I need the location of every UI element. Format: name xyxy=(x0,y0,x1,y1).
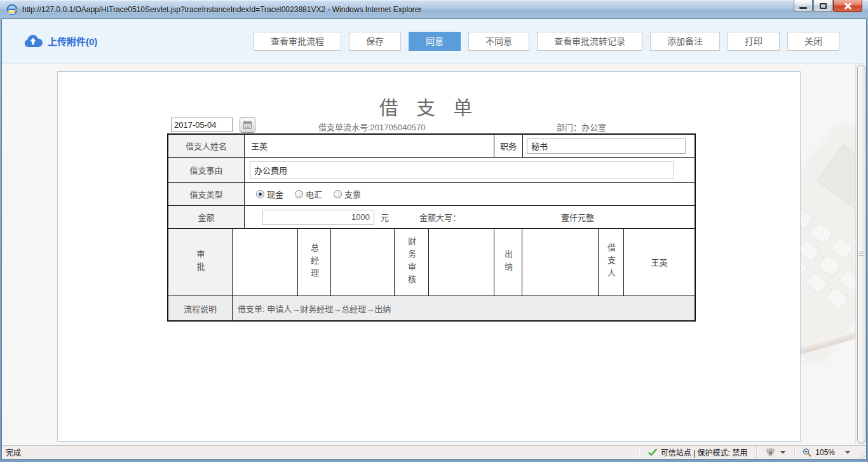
internet-explorer-icon xyxy=(6,4,18,15)
amount-input[interactable] xyxy=(262,210,374,225)
table-row-flow: 流程说明 借支单: 申请人→财务经理→总经理→出纳 xyxy=(168,296,695,320)
radio-wire-transfer-icon xyxy=(295,190,303,198)
reason-label: 借支事由 xyxy=(168,158,245,182)
table-row-approval: 审批 总经理 财务审核 出纳 xyxy=(168,229,695,296)
vertical-scrollbar[interactable] xyxy=(855,64,866,445)
date-input[interactable] xyxy=(171,118,233,132)
view-approval-records-button[interactable]: 查看审批流转记录 xyxy=(537,32,642,51)
flow-label: 流程说明 xyxy=(168,296,233,320)
position-cell xyxy=(523,135,695,157)
type-label: 借支类型 xyxy=(168,183,245,205)
form-panel: 借 支 单 借支单流水号:201705 xyxy=(57,71,801,442)
radio-cash-icon xyxy=(256,190,264,198)
security-zone-indicator[interactable]: 可信站点 | 保护模式: 禁用 xyxy=(639,445,756,459)
approval-sign-space-gm xyxy=(233,229,298,296)
save-button[interactable]: 保存 xyxy=(349,32,401,51)
amount-caps-value: 壹仟元整 xyxy=(561,211,594,223)
name-label: 借支人姓名 xyxy=(168,135,245,157)
title-bar: http://127.0.0.1/OAapp/HtTrace0510Servle… xyxy=(0,0,868,19)
minimize-button[interactable] xyxy=(794,0,813,12)
resize-grip[interactable] xyxy=(858,450,865,459)
status-bar: 完成 可信站点 | 保护模式: 禁用 xyxy=(2,445,866,459)
protection-menu-button[interactable] xyxy=(757,445,794,459)
table-row-type: 借支类型 现金 电汇 xyxy=(168,183,695,206)
upload-attachment-label: 上传附件(0) xyxy=(48,34,97,48)
table-row-name: 借支人姓名 王英 职务 xyxy=(168,135,695,158)
table-row-amount: 金额 元 金额大写： 壹仟元整 xyxy=(168,206,695,229)
approval-role-general-manager: 总经理 xyxy=(298,229,331,296)
agree-button[interactable]: 同意 xyxy=(409,32,461,51)
browser-window: http://127.0.0.1/OAapp/HtTrace0510Servle… xyxy=(0,0,868,462)
close-page-button[interactable]: 关闭 xyxy=(787,32,839,51)
approval-label: 审批 xyxy=(168,229,233,296)
radio-wire-transfer-label: 电汇 xyxy=(306,188,322,200)
zoom-chevron-down-icon xyxy=(845,451,850,454)
chevron-down-icon xyxy=(780,451,785,454)
amount-label: 金额 xyxy=(168,206,245,228)
status-text: 完成 xyxy=(6,447,639,458)
disagree-button[interactable]: 不同意 xyxy=(468,32,529,51)
amount-caps-label: 金额大写： xyxy=(419,211,461,223)
position-label: 职务 xyxy=(494,135,523,157)
approval-role-cashier: 出纳 xyxy=(494,229,522,296)
radio-cheque[interactable]: 支票 xyxy=(334,188,361,200)
scrollbar-grip-icon xyxy=(859,252,864,256)
check-icon xyxy=(648,449,657,456)
type-cell: 现金 电汇 支票 xyxy=(245,183,695,205)
approval-sign-space-cashier xyxy=(429,229,494,296)
radio-cheque-label: 支票 xyxy=(344,188,361,200)
radio-wire-transfer[interactable]: 电汇 xyxy=(295,188,322,200)
window-body: 上传附件(0) 查看审批流程 保存 同意 不同意 查看审批流转记录 添加备注 打… xyxy=(2,19,866,459)
page-content: 借 支 单 借支单流水号:201705 xyxy=(2,64,866,445)
loan-form-table: 借支人姓名 王英 职务 借支事由 借支类型 xyxy=(167,133,696,322)
flow-description: 借支单: 申请人→财务经理→总经理→出纳 xyxy=(233,296,695,320)
loan-type-radio-group: 现金 电汇 支票 xyxy=(256,188,361,200)
form-title: 借 支 单 xyxy=(58,92,800,120)
amount-cell: 元 金额大写： 壹仟元整 xyxy=(245,206,695,228)
close-icon xyxy=(844,2,852,10)
add-note-button[interactable]: 添加备注 xyxy=(650,32,720,51)
approval-role-finance-audit: 财务审核 xyxy=(395,229,429,296)
amount-unit: 元 xyxy=(381,211,389,223)
zoom-level-text: 105% xyxy=(815,448,835,457)
radio-cash-label: 现金 xyxy=(267,188,283,200)
approval-sign-space-borrower xyxy=(522,229,599,296)
position-input[interactable] xyxy=(527,139,686,154)
approval-borrower-name: 王英 xyxy=(624,229,695,296)
approval-sign-space-finance xyxy=(331,229,395,296)
approval-role-borrower: 借支人 xyxy=(599,229,624,296)
calendar-button[interactable] xyxy=(240,117,255,133)
scrollbar-thumb[interactable] xyxy=(857,65,865,444)
upload-cloud-icon xyxy=(24,34,43,48)
shield-lock-icon xyxy=(766,448,775,457)
calendar-icon xyxy=(243,120,252,130)
upload-attachment-link[interactable]: 上传附件(0) xyxy=(24,34,97,48)
restore-icon xyxy=(820,3,827,9)
toolbar-buttons: 查看审批流程 保存 同意 不同意 查看审批流转记录 添加备注 打印 关闭 xyxy=(254,32,839,51)
radio-cash[interactable]: 现金 xyxy=(256,188,283,200)
toolbar: 上传附件(0) 查看审批流程 保存 同意 不同意 查看审批流转记录 添加备注 打… xyxy=(2,19,866,64)
security-zone-text: 可信站点 | 保护模式: 禁用 xyxy=(661,447,747,458)
view-approval-flow-button[interactable]: 查看审批流程 xyxy=(254,32,341,51)
reason-input[interactable] xyxy=(250,161,674,179)
window-title: http://127.0.0.1/OAapp/HtTrace0510Servle… xyxy=(22,5,421,14)
minimize-icon xyxy=(799,7,807,9)
reason-cell xyxy=(245,158,695,182)
serial-number-text: 借支单流水号:201705040570 xyxy=(318,121,425,133)
zoom-control[interactable]: 105% xyxy=(795,445,858,459)
table-row-reason: 借支事由 xyxy=(168,158,695,183)
print-button[interactable]: 打印 xyxy=(728,32,780,51)
name-value: 王英 xyxy=(245,135,494,157)
restore-button[interactable] xyxy=(813,0,832,12)
close-window-button[interactable] xyxy=(833,0,862,12)
radio-cheque-icon xyxy=(334,190,342,198)
department-text: 部门：办公室 xyxy=(557,121,606,133)
window-controls xyxy=(793,0,862,12)
magnifier-icon xyxy=(803,448,811,457)
